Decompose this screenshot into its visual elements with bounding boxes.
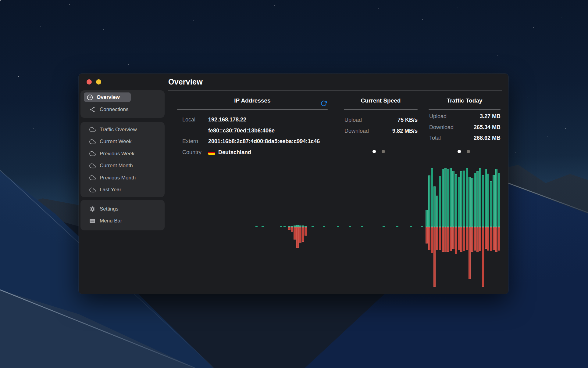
cloud-icon: [89, 150, 96, 157]
download-bar: [460, 227, 462, 252]
cloud-icon: [89, 138, 96, 145]
upload-bar: [433, 186, 436, 227]
sidebar-item-label: Current Week: [100, 139, 132, 145]
row-value: 265.34 MB: [474, 124, 501, 131]
page-dot[interactable]: [382, 150, 385, 153]
sidebar-item-menu-bar[interactable]: Menu Bar: [80, 215, 165, 227]
menubar-icon: [89, 217, 96, 225]
upload-bar: [426, 210, 428, 227]
upload-bar: [482, 175, 484, 227]
baseline-tick: [383, 226, 385, 227]
section-title: Traffic Today: [429, 97, 501, 104]
page-dots: [458, 150, 470, 153]
download-bar: [439, 227, 441, 250]
sidebar-item-label: Settings: [100, 206, 118, 212]
upload-bar: [305, 226, 307, 227]
title-divider: [168, 90, 502, 91]
sidebar-group-traffic: Traffic Overview Current Week Previous W…: [80, 122, 165, 197]
page-dot-active[interactable]: [372, 150, 376, 153]
download-bar: [288, 227, 290, 230]
sidebar-item-label: Last Year: [100, 187, 121, 193]
upload-bar: [291, 226, 293, 227]
sidebar-item-last-year[interactable]: Last Year: [80, 184, 165, 196]
close-button[interactable]: [87, 79, 92, 85]
upload-bar: [439, 176, 441, 227]
sidebar-item-current-month[interactable]: Current Month: [80, 160, 165, 172]
section-underline: [429, 109, 501, 110]
page-dot-active[interactable]: [458, 150, 461, 153]
ip-row-local-ipv6: fe80::c30:70ed:13b6:406e: [182, 128, 328, 134]
traffic-row-download: Download 265.34 MB: [429, 124, 501, 131]
download-bar: [476, 227, 479, 252]
minimize-button[interactable]: [96, 79, 101, 85]
baseline-tick: [410, 226, 412, 227]
cloud-icon: [89, 126, 96, 133]
download-bar: [442, 227, 444, 252]
upload-bar: [447, 169, 449, 227]
sidebar-item-label: Menu Bar: [100, 218, 122, 224]
baseline-tick: [349, 226, 351, 227]
sidebar-item-previous-month[interactable]: Previous Month: [80, 172, 165, 184]
sidebar-group-app: Settings Menu Bar: [80, 200, 165, 230]
download-bar: [466, 227, 468, 250]
download-bar: [450, 227, 452, 251]
download-bar: [458, 227, 460, 250]
traffic-today-section: Traffic Today Upload 3.27 MB Download 26…: [429, 97, 501, 104]
sidebar-item-current-week[interactable]: Current Week: [80, 136, 165, 148]
upload-bar: [485, 169, 487, 227]
refresh-icon[interactable]: [320, 100, 327, 107]
row-label: Local: [182, 117, 208, 123]
upload-bar: [479, 168, 481, 227]
download-bar: [305, 227, 307, 236]
upload-bar: [463, 171, 465, 227]
upload-bar: [498, 173, 500, 227]
stars: [0, 0, 1, 1]
row-label: Upload: [344, 117, 362, 123]
row-value: fe80::c30:70ed:13b6:406e: [208, 128, 275, 134]
traffic-chart: [177, 165, 501, 289]
baseline-tick: [396, 226, 398, 227]
download-bar: [428, 227, 430, 250]
baseline-tick: [361, 226, 363, 227]
sidebar-item-label: Current Month: [100, 163, 133, 169]
page-dot[interactable]: [467, 150, 470, 153]
download-bar: [485, 227, 487, 249]
row-value: 9.82 MB/s: [392, 128, 418, 134]
upload-bar: [452, 171, 454, 227]
sidebar-item-settings[interactable]: Settings: [80, 203, 165, 215]
upload-bar: [302, 225, 304, 227]
download-bar: [433, 227, 436, 287]
section-title: IP Addresses: [177, 97, 328, 104]
baseline-tick: [323, 226, 325, 227]
upload-bar: [436, 196, 438, 227]
download-bar: [463, 227, 465, 251]
download-bar: [474, 227, 476, 251]
upload-bar: [490, 181, 492, 227]
download-bar: [471, 227, 473, 252]
row-value: 75 KB/s: [397, 117, 418, 123]
download-bar: [447, 227, 449, 252]
sidebar-item-traffic-overview[interactable]: Traffic Overview: [80, 124, 165, 136]
sidebar-item-overview[interactable]: Overview: [84, 92, 131, 102]
sidebar-item-connections[interactable]: Connections: [80, 103, 165, 115]
sidebar-item-previous-week[interactable]: Previous Week: [80, 148, 165, 160]
sidebar-item-label: Previous Month: [100, 175, 136, 181]
download-bar: [493, 227, 495, 250]
upload-bar: [455, 174, 457, 227]
row-value: Deutschland: [218, 149, 251, 156]
upload-bar: [294, 225, 296, 227]
row-value: 2001:16b8:2c87:4d00:8da5:eeba:c994:1c46: [208, 138, 320, 145]
baseline-tick: [421, 226, 423, 227]
section-title: Current Speed: [344, 97, 418, 104]
row-value: 3.27 MB: [480, 113, 501, 120]
upload-bar: [296, 225, 299, 227]
download-bar: [487, 227, 489, 251]
upload-bar: [428, 175, 430, 227]
download-bar: [302, 227, 304, 242]
upload-bar: [493, 175, 495, 227]
row-label: Download: [344, 128, 369, 134]
upload-bar: [474, 173, 476, 227]
download-bar: [495, 227, 497, 252]
upload-bar: [299, 225, 301, 227]
download-bar: [498, 227, 500, 251]
